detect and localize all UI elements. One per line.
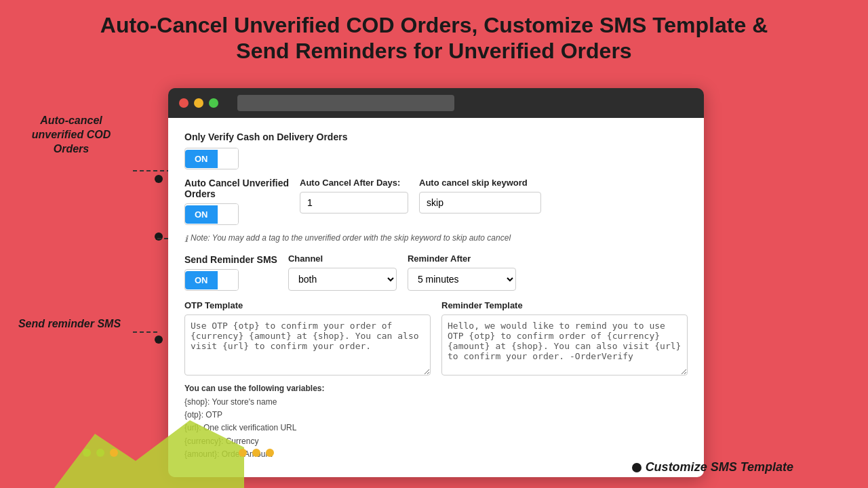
svg-point-7: [96, 449, 104, 457]
auto-cancel-skip-input[interactable]: [419, 192, 541, 214]
toggle-on-btn-3[interactable]: ON: [185, 271, 218, 289]
reminder-after-label: Reminder After: [408, 253, 516, 264]
toggle-on-btn-1[interactable]: ON: [185, 150, 218, 168]
dot-marker-2: [155, 232, 163, 241]
toggle-only-verify[interactable]: ON: [184, 148, 239, 169]
svg-point-6: [83, 449, 91, 457]
title-line2: Send Reminders for Unverified Orders: [41, 38, 827, 64]
title-line1: Auto-Cancel Unverified COD Orders, Custo…: [41, 12, 827, 38]
send-reminder-row: Send Reminder SMS ON Channel both sms wh…: [184, 253, 688, 291]
yellow-dots-bottom-left: [81, 446, 136, 460]
info-icon: ℹ: [184, 234, 188, 244]
browser-window: Only Verify Cash on Delivery Orders ON A…: [168, 88, 704, 477]
otp-template-textarea[interactable]: Use OTP {otp} to confirm your order of {…: [184, 314, 431, 375]
toggle-empty-3: [218, 270, 239, 290]
toggle-empty-2: [218, 204, 239, 224]
variable-url: {url}: One click verification URL: [184, 422, 688, 434]
channel-label: Channel: [288, 253, 397, 264]
dot-marker-1: [155, 175, 163, 183]
variables-section: You can use the following variables: {sh…: [184, 384, 688, 461]
variable-otp: {otp}: OTP: [184, 409, 688, 422]
traffic-light-red[interactable]: [179, 98, 189, 108]
dot-marker-3: [155, 336, 163, 344]
reminder-template-col: Reminder Template Hello, we would like t…: [441, 300, 688, 375]
otp-template-label: OTP Template: [184, 300, 431, 310]
variable-shop: {shop}: Your store's name: [184, 396, 688, 409]
browser-titlebar: [168, 88, 704, 118]
auto-cancel-skip-col: Auto cancel skip keyword: [419, 178, 541, 214]
send-reminder-annotation: Send reminder SMS: [7, 317, 132, 331]
toggle-empty-1: [218, 148, 239, 169]
traffic-light-green[interactable]: [209, 98, 218, 108]
auto-cancel-days-label: Auto Cancel After Days:: [300, 178, 408, 188]
page-title: Auto-Cancel Unverified COD Orders, Custo…: [0, 0, 868, 71]
variable-currency: {currency}: Currency: [184, 435, 688, 448]
traffic-light-yellow[interactable]: [194, 98, 203, 108]
auto-cancel-annotation: Auto-cancelunverified CODOrders: [14, 114, 129, 156]
note-text-content: Note: You may add a tag to the unverifie…: [191, 233, 511, 243]
toggle-send-reminder[interactable]: ON: [184, 269, 239, 291]
only-verify-label: Only Verify Cash on Delivery Orders: [184, 131, 688, 142]
auto-cancel-row: Auto Cancel UnverifiedOrders ON Auto Can…: [184, 178, 688, 225]
customize-dot: [632, 463, 642, 472]
send-reminder-col: Send Reminder SMS ON: [184, 254, 277, 291]
reminder-template-textarea[interactable]: Hello, we would like to remind you to us…: [441, 314, 688, 375]
svg-point-8: [110, 449, 118, 457]
auto-cancel-label: Auto Cancel UnverifiedOrders: [184, 178, 289, 199]
toggle-on-btn-2[interactable]: ON: [185, 205, 218, 224]
note-text: ℹ Note: You may add a tag to the unverif…: [184, 233, 688, 244]
customize-sms-label: Customize SMS Template: [632, 460, 793, 474]
reminder-after-select[interactable]: 5 minutes 10 minutes 15 minutes 30 minut…: [408, 268, 516, 291]
browser-content: Only Verify Cash on Delivery Orders ON A…: [168, 118, 704, 477]
variable-amount: {amount}: Order Amount: [184, 448, 688, 461]
send-reminder-label: Send Reminder SMS: [184, 254, 277, 265]
variables-title: You can use the following variables:: [184, 384, 688, 393]
otp-template-col: OTP Template Use OTP {otp} to confirm yo…: [184, 300, 431, 375]
url-bar[interactable]: [237, 95, 454, 111]
reminder-template-label: Reminder Template: [441, 300, 688, 310]
auto-cancel-days-input[interactable]: [300, 192, 408, 214]
customize-sms-text: Customize SMS Template: [646, 460, 793, 474]
auto-cancel-col: Auto Cancel UnverifiedOrders ON: [184, 178, 289, 225]
auto-cancel-days-col: Auto Cancel After Days:: [300, 178, 408, 214]
channel-col: Channel both sms whatsapp: [288, 253, 397, 291]
channel-select[interactable]: both sms whatsapp: [288, 268, 397, 291]
reminder-after-col: Reminder After 5 minutes 10 minutes 15 m…: [408, 253, 516, 291]
templates-row: OTP Template Use OTP {otp} to confirm yo…: [184, 300, 688, 375]
toggle-auto-cancel[interactable]: ON: [184, 203, 239, 225]
auto-cancel-skip-label: Auto cancel skip keyword: [419, 178, 541, 188]
